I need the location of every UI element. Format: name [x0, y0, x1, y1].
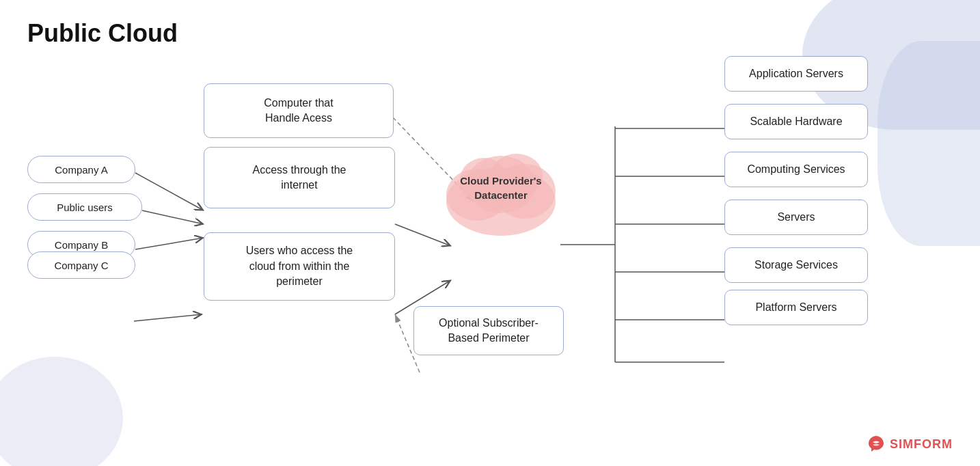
- company-c-label: Company C: [54, 260, 108, 271]
- bg-decoration-right-mid: [877, 41, 980, 246]
- page-title: Public Cloud: [27, 19, 178, 48]
- storage-services-box: Storage Services: [724, 247, 868, 283]
- access-internet-box: Access through theinternet: [204, 147, 395, 208]
- company-b-label: Company B: [55, 239, 108, 251]
- public-users-label: Public users: [57, 202, 113, 213]
- svg-line-8: [134, 314, 202, 321]
- scalable-hardware-box: Scalable Hardware: [724, 104, 868, 139]
- servers-label: Servers: [777, 211, 815, 223]
- application-servers-box: Application Servers: [724, 56, 868, 92]
- simform-text: SIMFORM: [890, 437, 953, 452]
- computer-handle-access-box: Computer thatHandle Acess: [204, 83, 394, 138]
- optional-perimeter-label: Optional Subscriber-Based Perimeter: [439, 316, 539, 346]
- access-internet-label: Access through theinternet: [253, 163, 346, 193]
- svg-line-2: [135, 173, 204, 210]
- users-perimeter-box: Users who access thecloud from within th…: [204, 232, 395, 301]
- optional-perimeter-box: Optional Subscriber-Based Perimeter: [413, 306, 564, 355]
- company-a-pill: Company A: [27, 156, 135, 183]
- scalable-hardware-label: Scalable Hardware: [750, 115, 842, 128]
- computing-services-box: Computing Services: [724, 152, 868, 187]
- computing-services-label: Computing Services: [747, 163, 845, 176]
- platform-servers-label: Platform Servers: [755, 301, 836, 314]
- bg-decoration-bottom-left: [0, 357, 123, 466]
- simform-icon: [867, 435, 886, 454]
- platform-servers-box: Platform Servers: [724, 290, 868, 325]
- simform-logo: SIMFORM: [867, 435, 953, 454]
- company-a-label: Company A: [55, 164, 108, 176]
- application-servers-label: Application Servers: [749, 68, 843, 80]
- users-perimeter-label: Users who access thecloud from within th…: [246, 243, 353, 289]
- storage-services-label: Storage Services: [754, 259, 838, 271]
- computer-handle-access-label: Computer thatHandle Acess: [264, 96, 333, 126]
- svg-line-3: [142, 210, 204, 224]
- cloud-datacenter-label: Cloud Provider'sDatacenter: [460, 174, 541, 202]
- company-c-pill: Company C: [27, 251, 135, 279]
- cloud-datacenter: Cloud Provider'sDatacenter: [436, 133, 566, 243]
- svg-line-4: [135, 238, 204, 249]
- public-users-pill: Public users: [27, 193, 142, 221]
- servers-box: Servers: [724, 200, 868, 235]
